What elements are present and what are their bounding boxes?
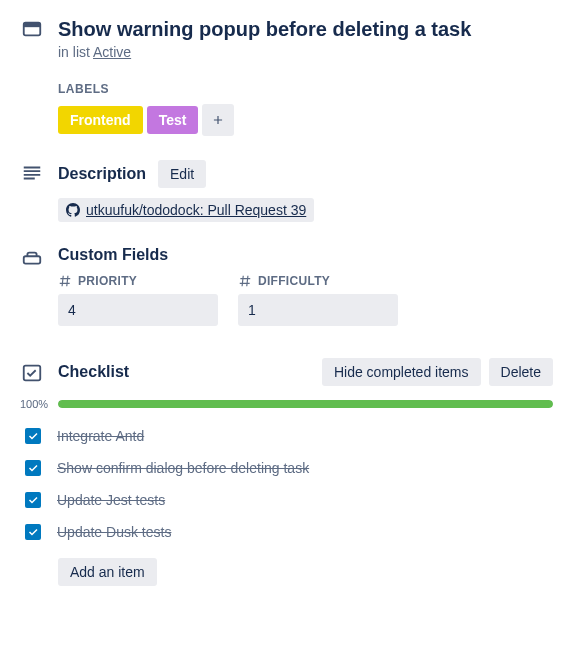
progress-fill: [58, 400, 553, 408]
checklist-item[interactable]: Integrate Antd: [20, 420, 553, 452]
custom-fields-icon: [21, 248, 43, 270]
hide-completed-button[interactable]: Hide completed items: [322, 358, 481, 386]
delete-checklist-button[interactable]: Delete: [489, 358, 553, 386]
labels-heading: LABELS: [58, 82, 553, 96]
svg-rect-1: [24, 23, 41, 28]
card-title[interactable]: Show warning popup before deleting a tas…: [58, 16, 553, 42]
number-icon: [58, 274, 72, 288]
add-item-button[interactable]: Add an item: [58, 558, 157, 586]
card-icon: [21, 18, 43, 40]
checkbox[interactable]: [25, 428, 41, 444]
check-icon: [27, 494, 39, 506]
description-heading: Description: [58, 165, 146, 183]
edit-description-button[interactable]: Edit: [158, 160, 206, 188]
checkbox[interactable]: [25, 492, 41, 508]
checkbox[interactable]: [25, 524, 41, 540]
checklist-item[interactable]: Show confirm dialog before deleting task: [20, 452, 553, 484]
list-location: in list Active: [58, 44, 553, 60]
checklist-item[interactable]: Update Jest tests: [20, 484, 553, 516]
progress-bar: [58, 400, 553, 408]
github-link-text: utkuufuk/tododock: Pull Request 39: [86, 202, 306, 218]
check-icon: [27, 462, 39, 474]
github-icon: [66, 203, 80, 217]
labels-row: Frontend Test: [58, 104, 553, 136]
checklist-icon: [21, 362, 43, 384]
checklist-item[interactable]: Update Dusk tests: [20, 516, 553, 548]
label-frontend[interactable]: Frontend: [58, 106, 143, 134]
in-list-prefix: in list: [58, 44, 93, 60]
priority-value[interactable]: 4: [58, 294, 218, 326]
check-icon: [27, 430, 39, 442]
difficulty-label: DIFFICULTY: [258, 274, 330, 288]
checklist-item-text: Update Dusk tests: [57, 524, 171, 540]
github-link[interactable]: utkuufuk/tododock: Pull Request 39: [58, 198, 314, 222]
priority-label: PRIORITY: [78, 274, 137, 288]
checklist-heading[interactable]: Checklist: [58, 363, 129, 381]
number-icon: [238, 274, 252, 288]
checklist-item-text: Show confirm dialog before deleting task: [57, 460, 309, 476]
custom-field-difficulty: DIFFICULTY 1: [238, 274, 398, 326]
label-test[interactable]: Test: [147, 106, 199, 134]
custom-fields-heading: Custom Fields: [58, 246, 553, 264]
description-icon: [21, 162, 43, 184]
checkbox[interactable]: [25, 460, 41, 476]
progress-percent: 100%: [20, 398, 50, 410]
difficulty-value[interactable]: 1: [238, 294, 398, 326]
checklist-item-text: Integrate Antd: [57, 428, 144, 444]
plus-icon: [211, 113, 225, 127]
list-link[interactable]: Active: [93, 44, 131, 60]
svg-rect-2: [24, 256, 41, 263]
add-label-button[interactable]: [202, 104, 234, 136]
custom-field-priority: PRIORITY 4: [58, 274, 218, 326]
check-icon: [27, 526, 39, 538]
checklist-item-text: Update Jest tests: [57, 492, 165, 508]
